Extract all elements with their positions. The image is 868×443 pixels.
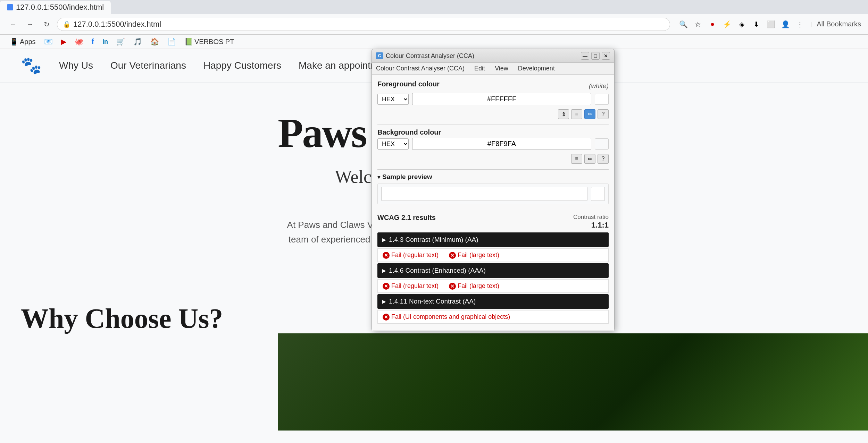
cca-divider-3 — [377, 210, 609, 210]
extension2-icon[interactable]: ◈ — [736, 19, 747, 30]
fail-icon-5: ✕ — [383, 314, 390, 321]
verbos-icon: 📗 — [184, 37, 193, 46]
wcag-section: WCAG 2.1 results Contrast ratio 1.1:1 ▶ … — [377, 214, 609, 324]
cca-menu-app[interactable]: Colour Contrast Analyser (CCA) — [375, 64, 466, 73]
wcag-1411-fail-ui: ✕ Fail (UI components and graphical obje… — [383, 313, 510, 321]
cca-minimize-button[interactable]: — — [581, 52, 589, 60]
back-button[interactable]: ← — [7, 18, 19, 31]
bookmark-wayfair[interactable]: 🏠 — [148, 36, 162, 47]
extension1-icon[interactable]: ⚡ — [721, 19, 733, 30]
cca-divider-1 — [377, 125, 609, 125]
wcag-146-label: 1.4.6 Contrast (Enhanced) (AAA) — [389, 267, 486, 274]
wcag-146-fail-large: ✕ Fail (large text) — [449, 282, 499, 290]
cca-menu-edit[interactable]: Edit — [473, 64, 486, 73]
address-bar[interactable]: 🔒 127.0.0.1:5500/index.html — [57, 18, 670, 31]
cca-titlebar: C Colour Contrast Analyser (CCA) — □ ✕ — [372, 49, 614, 63]
fail-icon-2: ✕ — [449, 252, 456, 259]
fail-icon-4: ✕ — [449, 283, 456, 290]
cca-maximize-button[interactable]: □ — [591, 52, 600, 60]
bookmark-pandora[interactable]: 🎵 — [131, 36, 145, 47]
tabs-icon[interactable]: ⬜ — [765, 19, 776, 30]
amazon-icon: 🛒 — [116, 37, 125, 46]
cca-close-button[interactable]: ✕ — [602, 52, 610, 60]
cca-divider-2 — [377, 169, 609, 170]
wcag-result-143[interactable]: ▶ 1.4.3 Contrast (Minimum) (AA) — [377, 232, 609, 247]
wcag-143-fail-large-label: Fail (large text) — [458, 252, 499, 259]
browser-tabs: 127.0.0.1:5500/index.html — [0, 0, 868, 14]
linkedin-icon: in — [102, 38, 108, 45]
background-value-input[interactable] — [412, 138, 591, 150]
white-label: (white) — [589, 82, 609, 90]
cca-menu-dev[interactable]: Development — [517, 64, 556, 73]
nav-why-us[interactable]: Why Us — [59, 60, 93, 71]
triangle-icon-146: ▶ — [382, 268, 386, 273]
wcag-result-1411[interactable]: ▶ 1.4.11 Non-text Contrast (AA) — [377, 294, 609, 309]
bg-sliders-icon[interactable]: ≡ — [571, 154, 582, 164]
background-format-select[interactable]: HEX — [377, 138, 409, 150]
sample-preview-section: Sample preview — [377, 173, 609, 204]
bg-eyedropper-icon[interactable]: ✏ — [584, 154, 595, 164]
active-tab[interactable]: 127.0.0.1:5500/index.html — [0, 1, 111, 14]
facebook-icon: f — [92, 37, 94, 46]
background-color-row: HEX — [377, 138, 609, 150]
fg-adjust-icon[interactable]: ⇕ — [558, 109, 569, 119]
bookmark-docs[interactable]: 📄 — [165, 36, 179, 47]
verbos-label: VERBOS PT — [194, 38, 234, 46]
triangle-icon-143: ▶ — [382, 237, 386, 242]
search-icon[interactable]: 🔍 — [678, 19, 689, 30]
menu-icon[interactable]: ⋮ — [794, 19, 806, 30]
wcag-1411-label: 1.4.11 Non-text Contrast (AA) — [389, 298, 476, 305]
sample-text-area — [381, 187, 587, 201]
address-text: 127.0.0.1:5500/index.html — [73, 20, 161, 29]
bookmark-facebook[interactable]: f — [89, 36, 97, 47]
nav-veterinarians[interactable]: Our Veterinarians — [110, 60, 186, 71]
bookmark-apps[interactable]: 📱 Apps — [7, 36, 39, 47]
wcag-143-fail-regular-label: Fail (regular text) — [391, 252, 439, 259]
foreground-value-input[interactable] — [412, 93, 591, 105]
sample-preview-label[interactable]: Sample preview — [377, 173, 609, 181]
sample-color-box — [591, 187, 605, 201]
wcag-1411-fail-ui-label: Fail (UI components and graphical object… — [391, 313, 510, 321]
fail-icon-3: ✕ — [383, 283, 390, 290]
bookmark-amazon[interactable]: 🛒 — [114, 36, 128, 47]
fg-eyedropper-icon[interactable]: ✏ — [584, 109, 595, 119]
foreground-color-swatch — [595, 94, 609, 105]
background-color-swatch — [595, 138, 609, 150]
docs-icon: 📄 — [167, 37, 176, 46]
wcag-title: WCAG 2.1 results — [377, 214, 436, 222]
contrast-ratio-label: Contrast ratio — [573, 214, 609, 221]
bookmark-youtube[interactable]: ▶ — [58, 36, 69, 47]
wcag-1411-details: ✕ Fail (UI components and graphical obje… — [377, 310, 609, 324]
opera-icon[interactable]: ● — [707, 19, 718, 30]
fg-sliders-icon[interactable]: ≡ — [571, 109, 582, 119]
profile-icon[interactable]: 👤 — [780, 19, 791, 30]
wcag-146-fail-large-label: Fail (large text) — [458, 282, 499, 290]
wcag-143-label: 1.4.3 Contrast (Minimum) (AA) — [389, 236, 478, 244]
bookmark-verbos[interactable]: 📗 VERBOS PT — [182, 36, 237, 47]
fg-help-icon[interactable]: ? — [598, 109, 609, 119]
cca-window-controls: — □ ✕ — [581, 52, 610, 60]
youtube-icon: ▶ — [61, 37, 66, 46]
forward-button[interactable]: → — [24, 18, 36, 31]
star-icon[interactable]: ☆ — [692, 19, 703, 30]
browser-extras: 🔍 ☆ ● ⚡ ◈ ⬇ ⬜ 👤 ⋮ | All Bookmarks — [678, 19, 861, 30]
reload-button[interactable]: ↻ — [40, 18, 53, 31]
background-label: Background colour — [377, 128, 441, 136]
contrast-ratio-value: 1.1:1 — [573, 221, 609, 230]
foreground-icon-row: ⇕ ≡ ✏ ? — [377, 109, 609, 119]
wcag-result-146[interactable]: ▶ 1.4.6 Contrast (Enhanced) (AAA) — [377, 263, 609, 278]
wcag-143-details: ✕ Fail (regular text) ✕ Fail (large text… — [377, 248, 609, 262]
browser-chrome: 127.0.0.1:5500/index.html ← → ↻ 🔒 127.0.… — [0, 0, 868, 49]
wcag-146-fail-regular: ✕ Fail (regular text) — [383, 282, 439, 290]
bg-help-icon[interactable]: ? — [598, 154, 609, 164]
cca-icon: C — [376, 52, 383, 59]
downloads-icon[interactable]: ⬇ — [751, 19, 762, 30]
foreground-format-select[interactable]: HEX — [377, 94, 409, 105]
cca-menu-view[interactable]: View — [493, 64, 510, 73]
bookmark-github[interactable]: 🐙 — [72, 36, 86, 47]
bookmark-linkedin[interactable]: in — [100, 37, 111, 46]
apps-text: Apps — [20, 38, 36, 46]
bookmark-gmail[interactable]: 📧 — [41, 36, 56, 47]
nav-happy-customers[interactable]: Happy Customers — [203, 60, 281, 71]
fail-icon-1: ✕ — [383, 252, 390, 259]
